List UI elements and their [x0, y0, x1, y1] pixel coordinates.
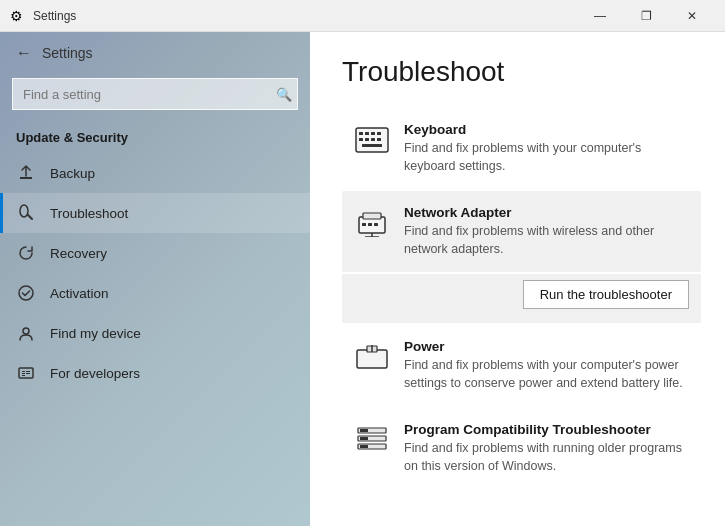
keyboard-title: Keyboard	[404, 122, 689, 137]
sidebar-item-find-device-label: Find my device	[50, 326, 141, 341]
title-bar-title: Settings	[33, 9, 76, 23]
developers-icon	[16, 363, 36, 383]
activation-icon	[16, 283, 36, 303]
keyboard-item[interactable]: Keyboard Find and fix problems with your…	[342, 108, 701, 189]
svg-rect-7	[22, 375, 25, 376]
svg-rect-21	[363, 213, 381, 219]
svg-rect-12	[365, 132, 369, 135]
svg-rect-14	[377, 132, 381, 135]
title-bar-left: ⚙ Settings	[10, 8, 76, 24]
svg-rect-33	[360, 429, 368, 432]
power-text: Power Find and fix problems with your co…	[404, 339, 689, 392]
run-btn-row: Run the troubleshooter	[342, 274, 701, 323]
program-compat-text: Program Compatibility Troubleshooter Fin…	[404, 422, 689, 475]
svg-rect-19	[362, 144, 382, 147]
network-adapter-icon	[354, 205, 390, 241]
sidebar-item-activation-label: Activation	[50, 286, 109, 301]
settings-icon: ⚙	[10, 8, 23, 24]
svg-line-1	[28, 215, 32, 219]
svg-rect-24	[374, 223, 378, 226]
program-compat-item[interactable]: Program Compatibility Troubleshooter Fin…	[342, 408, 701, 489]
sidebar-search: 🔍	[12, 78, 298, 110]
main-container: ← Settings 🔍 Update & Security Backup	[0, 32, 725, 526]
svg-rect-13	[371, 132, 375, 135]
network-adapter-title: Network Adapter	[404, 205, 689, 220]
troubleshoot-icon	[16, 203, 36, 223]
search-icon[interactable]: 🔍	[276, 87, 292, 102]
sidebar-item-for-developers[interactable]: For developers	[0, 353, 310, 393]
keyboard-desc: Find and fix problems with your computer…	[404, 140, 689, 175]
keyboard-icon	[354, 122, 390, 158]
svg-point-3	[23, 328, 29, 334]
network-adapter-text: Network Adapter Find and fix problems wi…	[404, 205, 689, 258]
title-bar: ⚙ Settings — ❐ ✕	[0, 0, 725, 32]
minimize-button[interactable]: —	[577, 0, 623, 32]
svg-rect-23	[368, 223, 372, 226]
sidebar-item-backup-label: Backup	[50, 166, 95, 181]
maximize-button[interactable]: ❐	[623, 0, 669, 32]
keyboard-text: Keyboard Find and fix problems with your…	[404, 122, 689, 175]
svg-rect-18	[377, 138, 381, 141]
title-bar-controls: — ❐ ✕	[577, 0, 715, 32]
power-desc: Find and fix problems with your computer…	[404, 357, 689, 392]
svg-rect-34	[360, 437, 368, 440]
svg-point-0	[20, 205, 28, 217]
close-button[interactable]: ✕	[669, 0, 715, 32]
network-adapter-item[interactable]: Network Adapter Find and fix problems wi…	[342, 191, 701, 272]
sidebar: ← Settings 🔍 Update & Security Backup	[0, 32, 310, 526]
svg-point-2	[19, 286, 33, 300]
svg-rect-5	[22, 371, 25, 372]
sidebar-item-find-my-device[interactable]: Find my device	[0, 313, 310, 353]
svg-rect-11	[359, 132, 363, 135]
program-compat-desc: Find and fix problems with running older…	[404, 440, 689, 475]
find-device-icon	[16, 323, 36, 343]
sidebar-item-recovery-label: Recovery	[50, 246, 107, 261]
svg-rect-6	[22, 373, 25, 374]
sidebar-nav-back: ← Settings	[0, 32, 310, 74]
sidebar-app-title: Settings	[42, 45, 93, 61]
run-troubleshooter-button[interactable]: Run the troubleshooter	[523, 280, 689, 309]
search-input[interactable]	[12, 78, 298, 110]
svg-rect-22	[362, 223, 366, 226]
sidebar-item-developers-label: For developers	[50, 366, 140, 381]
content-area: Troubleshoot Keyboard Fi	[310, 32, 725, 526]
sidebar-item-backup[interactable]: Backup	[0, 153, 310, 193]
program-compat-icon	[354, 422, 390, 458]
sidebar-item-troubleshoot[interactable]: Troubleshoot	[0, 193, 310, 233]
svg-rect-15	[359, 138, 363, 141]
power-icon	[354, 339, 390, 375]
svg-rect-16	[365, 138, 369, 141]
network-adapter-desc: Find and fix problems with wireless and …	[404, 223, 689, 258]
sidebar-section-title: Update & Security	[0, 122, 310, 153]
power-title: Power	[404, 339, 689, 354]
svg-rect-27	[357, 350, 387, 368]
svg-rect-8	[26, 371, 30, 372]
backup-icon	[16, 163, 36, 183]
svg-rect-9	[26, 373, 30, 374]
svg-rect-17	[371, 138, 375, 141]
power-item[interactable]: Power Find and fix problems with your co…	[342, 325, 701, 406]
recovery-icon	[16, 243, 36, 263]
page-title: Troubleshoot	[342, 56, 701, 88]
sidebar-item-recovery[interactable]: Recovery	[0, 233, 310, 273]
sidebar-item-activation[interactable]: Activation	[0, 273, 310, 313]
svg-rect-35	[360, 445, 368, 448]
back-arrow[interactable]: ←	[16, 44, 32, 62]
sidebar-item-troubleshoot-label: Troubleshoot	[50, 206, 128, 221]
program-compat-title: Program Compatibility Troubleshooter	[404, 422, 689, 437]
